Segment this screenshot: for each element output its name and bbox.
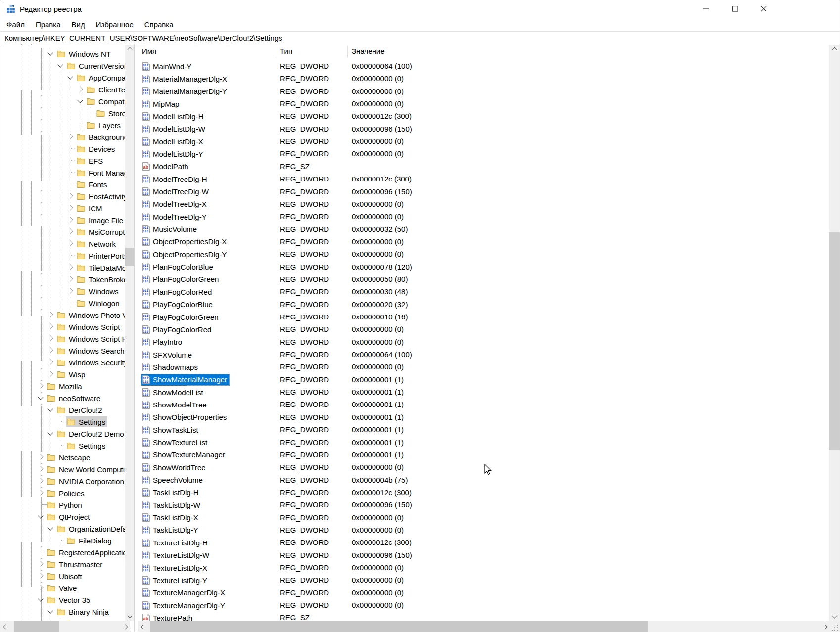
list-horizontal-scrollbar[interactable]: [138, 621, 830, 632]
chevron-down-icon[interactable]: [38, 513, 43, 518]
maximize-button[interactable]: [721, 0, 749, 18]
registry-row-modellistdlg-h[interactable]: 011110ModelListDlg-HREG_DWORD0x0000012c …: [138, 110, 830, 123]
registry-row-playintro[interactable]: 011110PlayIntroREG_DWORD0x00000000 (0): [138, 336, 830, 349]
tree-item-organizationdefa[interactable]: OrganizationDefa: [0, 523, 125, 535]
registry-row-texturemanagerdlg-y[interactable]: 011110TextureManagerDlg-YREG_DWORD0x0000…: [138, 599, 830, 612]
value-name-cell[interactable]: 011110MipMap: [141, 98, 182, 110]
registry-row-musicvolume[interactable]: 011110MusicVolumeREG_DWORD0x00000032 (50…: [138, 224, 830, 236]
value-name-cell[interactable]: 011110ModelListDlg-X: [141, 135, 206, 147]
tree-item-windows-photo-v[interactable]: Windows Photo V: [0, 309, 125, 321]
registry-row-tasklistdlg-w[interactable]: 011110TaskListDlg-WREG_DWORD0x00000096 (…: [138, 499, 830, 511]
registry-row-materialmanagerdlg-x[interactable]: 011110MaterialManagerDlg-XREG_DWORD0x000…: [138, 73, 830, 85]
tree-item-netscape[interactable]: Netscape: [0, 451, 125, 463]
value-name-cell[interactable]: 011110ModelTreeDlg-Y: [141, 211, 209, 223]
registry-row-modellistdlg-x[interactable]: 011110ModelListDlg-XREG_DWORD0x00000000 …: [138, 135, 830, 148]
tree-item-settings[interactable]: Settings: [0, 440, 125, 451]
value-name-cell[interactable]: 011110ModelTreeDlg-H: [141, 173, 209, 185]
registry-row-mipmap[interactable]: 011110MipMapREG_DWORD0x00000000 (0): [138, 98, 830, 110]
value-name-cell[interactable]: 011110ObjectPropertiesDlg-Y: [141, 248, 229, 260]
value-name-cell[interactable]: 011110TaskListDlg-H: [141, 487, 201, 498]
value-name-cell[interactable]: 011110ModelListDlg-W: [141, 123, 208, 135]
registry-row-showmaterialmanager[interactable]: 011110ShowMaterialManagerREG_DWORD0x0000…: [138, 374, 830, 386]
registry-row-playfogcolorred[interactable]: 011110PlayFogColorRedREG_DWORD0x00000000…: [138, 323, 830, 336]
value-name-cell[interactable]: 011110Shadowmaps: [141, 361, 200, 373]
tree-item-group[interactable]: New World Computi: [46, 464, 125, 475]
tree-item-group[interactable]: Vector 35: [46, 594, 92, 605]
value-name-cell[interactable]: 011110PlayFogColorBlue: [141, 299, 215, 311]
value-name-cell[interactable]: 011110MaterialManagerDlg-Y: [141, 86, 230, 97]
registry-row-modellistdlg-w[interactable]: 011110ModelListDlg-WREG_DWORD0x00000096 …: [138, 123, 830, 135]
tree-item-fonts[interactable]: Fonts: [0, 179, 125, 190]
tree-item-network[interactable]: Network: [0, 238, 125, 250]
tree-item-windows-nt[interactable]: Windows NT: [0, 48, 125, 60]
tree-item-group[interactable]: Windows Search: [56, 345, 125, 356]
panel-splitter[interactable]: [134, 44, 138, 632]
tree-item-icm[interactable]: ICM: [0, 202, 125, 214]
registry-row-texturepath[interactable]: abTexturePathREG_SZ: [138, 612, 830, 621]
value-name-cell[interactable]: 011110PlanFogColorGreen: [141, 273, 221, 285]
tree-item-filedialog[interactable]: FileDialog: [0, 535, 125, 546]
tree-item-group[interactable]: Wisp: [56, 369, 87, 380]
value-name-cell[interactable]: 011110ShowModelList: [141, 386, 206, 398]
tree-item-group[interactable]: Valve: [46, 583, 79, 593]
value-name-cell[interactable]: 011110ObjectPropertiesDlg-X: [141, 236, 229, 248]
chevron-right-icon[interactable]: [67, 276, 73, 281]
chevron-right-icon[interactable]: [47, 335, 53, 341]
tree-item-compati[interactable]: Compati: [0, 95, 125, 107]
tree-item-clienttel[interactable]: ClientTel: [0, 84, 125, 95]
registry-row-objectpropertiesdlg-y[interactable]: 011110ObjectPropertiesDlg-YREG_DWORD0x00…: [138, 248, 830, 261]
column-separator[interactable]: [347, 46, 348, 58]
registry-row-planfogcolorblue[interactable]: 011110PlanFogColorBlueREG_DWORD0x0000007…: [138, 261, 830, 273]
tree-item-group[interactable]: Python: [46, 499, 84, 510]
tree-item-group[interactable]: Compati: [86, 96, 125, 107]
tree-item-group[interactable]: Windows NT: [56, 48, 113, 59]
tree-item-group[interactable]: Devices: [76, 143, 117, 154]
scroll-up-icon[interactable]: [125, 45, 134, 53]
tree-item-group[interactable]: TileDataMo: [76, 262, 125, 273]
chevron-right-icon[interactable]: [47, 371, 53, 376]
registry-row-modelpath[interactable]: abModelPathREG_SZ: [138, 161, 830, 173]
menu-edit[interactable]: Правка: [30, 18, 66, 31]
scroll-down-icon[interactable]: [829, 612, 840, 621]
scroll-left-icon[interactable]: [138, 621, 146, 632]
tree-item-group[interactable]: OrganizationDefa: [56, 523, 125, 534]
value-name-cell[interactable]: 011110TaskListDlg-W: [141, 499, 203, 511]
list-vertical-scrollbar[interactable]: [829, 45, 840, 621]
tree-item-group[interactable]: Fonts: [76, 179, 109, 190]
tree-item-group[interactable]: Windows Script H: [56, 333, 125, 344]
tree-hscroll-thumb[interactable]: [14, 621, 59, 632]
scroll-up-icon[interactable]: [829, 45, 840, 53]
tree-item-group[interactable]: RegisteredApplicatio: [46, 547, 125, 558]
chevron-right-icon[interactable]: [47, 359, 53, 364]
tree-item-appcompat[interactable]: AppCompat: [0, 72, 125, 84]
registry-row-playfogcolorblue[interactable]: 011110PlayFogColorBlueREG_DWORD0x0000002…: [138, 299, 830, 311]
tree-item-qtproject[interactable]: QtProject: [0, 511, 125, 523]
close-button[interactable]: [749, 0, 778, 18]
tree-item-registeredapplicatio[interactable]: RegisteredApplicatio: [0, 546, 125, 558]
tree-item-derclou-2-demo[interactable]: DerClou!2 Demo: [0, 428, 125, 440]
tree-item-group[interactable]: Netscape: [46, 452, 92, 463]
value-name-cell[interactable]: 011110PlanFogColorBlue: [141, 261, 216, 273]
chevron-right-icon[interactable]: [67, 217, 73, 222]
value-name-cell[interactable]: 011110ModelTreeDlg-W: [141, 186, 211, 198]
registry-row-texturelistdlg-y[interactable]: 011110TextureListDlg-YREG_DWORD0x0000000…: [138, 574, 830, 587]
chevron-right-icon[interactable]: [47, 312, 53, 317]
registry-row-tasklistdlg-y[interactable]: 011110TaskListDlg-YREG_DWORD0x00000000 (…: [138, 524, 830, 537]
tree-item-hostactivity[interactable]: HostActivity: [0, 190, 125, 202]
registry-row-materialmanagerdlg-y[interactable]: 011110MaterialManagerDlg-YREG_DWORD0x000…: [138, 86, 830, 98]
chevron-right-icon[interactable]: [77, 86, 83, 91]
chevron-down-icon[interactable]: [77, 97, 83, 103]
value-name-cell[interactable]: 011110SFXVolume: [141, 349, 194, 361]
registry-row-showtexturemanager[interactable]: 011110ShowTextureManagerREG_DWORD0x00000…: [138, 449, 830, 461]
tree-item-group[interactable]: DerClou!2: [56, 405, 104, 415]
registry-row-playfogcolorgreen[interactable]: 011110PlayFogColorGreenREG_DWORD0x000000…: [138, 311, 830, 323]
value-name-cell[interactable]: 011110ShowWorldTree: [141, 461, 208, 473]
menu-file[interactable]: Файл: [1, 18, 30, 31]
list-vscroll-thumb[interactable]: [829, 232, 840, 450]
tree-item-group[interactable]: Network: [76, 238, 118, 249]
tree-item-group[interactable]: MsiCorrupt: [76, 226, 125, 237]
tree-item-new-world-computi[interactable]: New World Computi: [0, 463, 125, 475]
tree-item-group[interactable]: PrinterPorts: [76, 250, 125, 261]
tree-item-group[interactable]: Ubisoft: [46, 571, 84, 582]
tree-item-image-file-e[interactable]: Image File E: [0, 214, 125, 226]
